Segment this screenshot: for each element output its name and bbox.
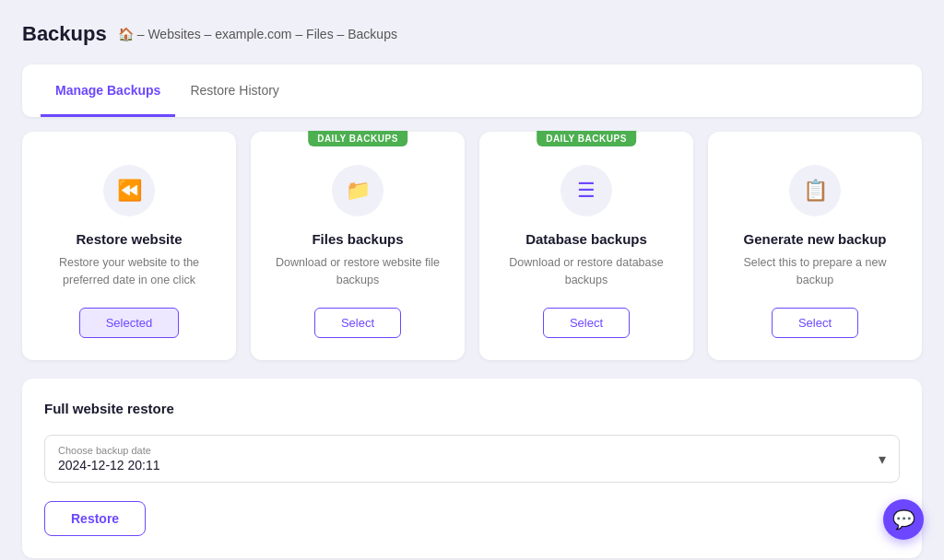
restore-button[interactable]: Restore <box>44 501 146 536</box>
database-badge: DAILY BACKUPS <box>537 131 636 146</box>
card-title-files: Files backups <box>312 231 403 247</box>
chevron-down-icon: ▾ <box>879 449 886 467</box>
card-title-restore: Restore website <box>76 231 182 247</box>
breadcrumb: 🏠 – Websites – example.com – Files – Bac… <box>118 27 397 41</box>
select-generate-button[interactable]: Select <box>772 308 858 338</box>
card-desc-files: Download or restore website file backups <box>269 254 446 289</box>
list-icon: ☰ <box>577 179 596 203</box>
files-badge: DAILY BACKUPS <box>308 131 407 146</box>
tab-manage-backups[interactable]: Manage Backups <box>41 64 175 117</box>
chat-icon: 💬 <box>892 508 915 531</box>
card-desc-database: Download or restore database backups <box>498 254 675 289</box>
breadcrumb-text: – Websites – example.com – Files – Backu… <box>137 27 397 41</box>
home-icon: 🏠 <box>118 27 134 41</box>
card-icon-wrap-generate: 📋 <box>789 165 841 216</box>
restore-section: Full website restore Choose backup date … <box>22 379 922 558</box>
card-title-database: Database backups <box>525 231 647 247</box>
card-title-generate: Generate new backup <box>743 231 886 247</box>
card-desc-restore: Restore your website to the preferred da… <box>41 254 218 289</box>
card-generate-backup: 📋 Generate new backup Select this to pre… <box>708 132 922 360</box>
folder-icon: 📁 <box>346 179 371 203</box>
card-icon-wrap-files: 📁 <box>332 165 384 216</box>
card-desc-generate: Select this to prepare a new backup <box>726 254 903 289</box>
cards-grid: ⏪ Restore website Restore your website t… <box>22 132 922 360</box>
tab-restore-history[interactable]: Restore History <box>175 64 293 117</box>
card-restore-website: ⏪ Restore website Restore your website t… <box>22 132 236 360</box>
card-icon-wrap-restore: ⏪ <box>103 165 155 216</box>
select-database-button[interactable]: Select <box>543 308 630 338</box>
tab-bar: Manage Backups Restore History <box>22 64 922 117</box>
select-files-button[interactable]: Select <box>314 308 401 338</box>
card-database-backups: DAILY BACKUPS ☰ Database backups Downloa… <box>479 132 693 360</box>
chat-button[interactable]: 💬 <box>883 499 924 540</box>
page-header: Backups 🏠 – Websites – example.com – Fil… <box>22 22 922 46</box>
date-select-value: 2024-12-12 20:11 <box>58 458 886 472</box>
date-select-label: Choose backup date <box>58 445 886 456</box>
card-icon-wrap-database: ☰ <box>560 165 612 216</box>
restore-section-title: Full website restore <box>44 401 900 416</box>
card-files-backups: DAILY BACKUPS 📁 Files backups Download o… <box>251 132 465 360</box>
page-title: Backups <box>22 22 107 46</box>
select-restore-button[interactable]: Selected <box>79 308 180 338</box>
date-select-wrap[interactable]: Choose backup date 2024-12-12 20:11 ▾ <box>44 435 900 483</box>
new-backup-icon: 📋 <box>803 179 828 203</box>
rewind-icon: ⏪ <box>117 179 142 203</box>
